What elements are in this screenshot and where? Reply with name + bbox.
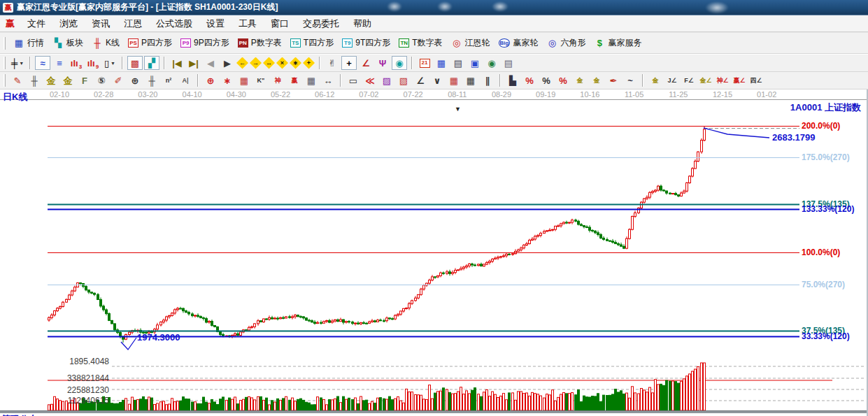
gold-circle-button[interactable]: 金 <box>572 73 588 87</box>
grid-123-button[interactable]: ▦ <box>304 73 319 87</box>
star-box-button[interactable]: ∗ <box>220 73 235 87</box>
si-angle-button[interactable]: 四∠ <box>748 73 764 87</box>
f-angle-button[interactable]: F∠ <box>681 73 697 87</box>
hexagon-button[interactable]: ◎六角形 <box>542 35 590 51</box>
percent-red-button[interactable]: % <box>555 73 571 87</box>
wave-line-button[interactable]: ~ <box>622 73 638 87</box>
grid-ticks-button[interactable]: ╫ <box>27 73 42 87</box>
menu-item-6[interactable]: 设置 <box>199 16 232 31</box>
gann-fork-button[interactable]: Ψ <box>375 56 390 70</box>
calendar-button[interactable]: 21 <box>417 56 432 70</box>
gold-angle-button[interactable]: 金∠ <box>698 73 713 87</box>
grid-red-button[interactable]: ▦ <box>446 73 462 87</box>
p-table-button[interactable]: PNP数字表 <box>234 35 286 51</box>
zoom-plus-button[interactable]: + <box>303 57 315 69</box>
pencil-grid-button[interactable]: ✐ <box>111 73 126 87</box>
kline-button[interactable]: ╫K线 <box>87 35 124 51</box>
volume-bar <box>592 396 594 410</box>
merge-9-button[interactable]: ılı9 <box>85 56 101 70</box>
f10-info-button[interactable]: ≡ <box>52 56 67 70</box>
quotes-button[interactable]: ▦行情 <box>9 35 48 51</box>
pattern-red-button[interactable]: ▩ <box>127 56 143 70</box>
winner-service-button[interactable]: $赢家服务 <box>590 35 646 51</box>
save-button[interactable]: ▣ <box>467 56 483 70</box>
menu-item-5[interactable]: 公式选股 <box>149 16 199 31</box>
shen-tool-button[interactable]: 神 <box>270 73 285 87</box>
winner-wheel-button[interactable]: Big赢家轮 <box>495 35 543 51</box>
calculator-button[interactable]: ▦ <box>434 56 449 70</box>
gold-grid-1-button[interactable]: 金 <box>43 73 59 87</box>
candle-body <box>618 244 620 245</box>
crosshair-tool-button[interactable]: + <box>341 56 357 70</box>
target-red-button[interactable]: ⊕ <box>203 73 218 87</box>
grid-axis-button[interactable]: ▦ <box>463 73 478 87</box>
wave-tool-button[interactable]: ◉ <box>392 56 407 70</box>
candle-style-button[interactable]: ▯▼ <box>102 56 118 70</box>
gold-grid-2-button[interactable]: 金 <box>60 73 76 87</box>
zoom-horizontal-button[interactable]: ↔ <box>263 57 275 69</box>
menu-item-10[interactable]: 帮助 <box>346 16 378 31</box>
chart-pattern-button[interactable]: ≈ <box>35 56 50 70</box>
gann-wheel-button[interactable]: ◎江恩轮 <box>447 35 495 51</box>
fan-box-purple-button[interactable]: ▨ <box>379 73 394 87</box>
hand-tool-button[interactable]: ✌ <box>325 56 340 70</box>
gold-lines-button[interactable]: 金 <box>589 73 604 87</box>
t-table-button[interactable]: TNT数字表 <box>394 35 446 51</box>
menu-item-9[interactable]: 交易委托 <box>296 16 346 31</box>
n-square-button[interactable]: n² <box>161 73 176 87</box>
go-last-button[interactable]: ▶| <box>186 56 201 70</box>
f-grid-button[interactable]: F <box>77 73 92 87</box>
go-first-button[interactable]: |◀ <box>169 56 185 70</box>
merge-3-button[interactable]: ılı3 <box>69 56 84 70</box>
fan-red-button[interactable]: ≪ <box>362 73 378 87</box>
parallel-lines-button[interactable]: ∥ <box>480 73 495 87</box>
9p-square-button[interactable]: P99P四方形 <box>176 35 234 51</box>
grid-target-button[interactable]: ▦ <box>236 73 252 87</box>
capture-button[interactable]: ▤ <box>501 56 516 70</box>
ying-tool-button[interactable]: 赢 <box>287 73 302 87</box>
time-circle-button[interactable]: ⊕ <box>127 73 143 87</box>
menu-item-2[interactable]: 浏览 <box>52 16 85 31</box>
j-angle-button[interactable]: J∠ <box>664 73 680 87</box>
percent-line-button[interactable]: % <box>522 73 537 87</box>
candle-body <box>652 192 654 193</box>
menu-item-7[interactable]: 工具 <box>232 16 264 31</box>
percent-button[interactable]: % <box>539 73 554 87</box>
9t-square-button[interactable]: T99T四方形 <box>338 35 394 51</box>
spiral-5-button[interactable]: ⑤ <box>94 73 109 87</box>
gold-angle-base-button[interactable]: 金 <box>648 73 663 87</box>
angle-measure-button[interactable]: ∠ <box>358 56 373 70</box>
mirror-a-button[interactable]: A| <box>178 73 193 87</box>
page-prev-button[interactable]: ◀ <box>203 56 218 70</box>
chart-canvas[interactable] <box>0 89 868 416</box>
tick-ruler-button[interactable]: ╫ <box>144 73 159 87</box>
sectors-button[interactable]: ▚板块 <box>48 35 87 51</box>
page-next-button[interactable]: ▶ <box>220 56 235 70</box>
ying-angle-button[interactable]: 赢∠ <box>732 73 747 87</box>
zoom-right-button[interactable]: → <box>250 57 262 69</box>
draw-pencil-button[interactable]: ✎ <box>10 73 25 87</box>
shen-angle-button[interactable]: 神∠ <box>715 73 730 87</box>
t-square-button[interactable]: TST四方形 <box>286 35 338 51</box>
angle-lines-button[interactable]: ∠ <box>413 73 428 87</box>
zoom-cross-button[interactable]: × <box>276 57 288 69</box>
pane-divider[interactable] <box>0 410 867 413</box>
net-save-button[interactable]: ◉ <box>484 56 499 70</box>
profile-bars-button[interactable]: ▙ <box>505 73 520 87</box>
zoom-left-button[interactable]: ← <box>236 57 248 69</box>
menu-item-8[interactable]: 窗口 <box>264 16 296 31</box>
notepad-button[interactable]: ▤ <box>450 56 466 70</box>
volume-profile-button[interactable]: ▞ <box>144 56 159 70</box>
fan-box-red-button[interactable]: ▧ <box>396 73 411 87</box>
p-square-button[interactable]: PSP四方形 <box>124 35 176 51</box>
period-selector-button[interactable]: ╪▼ <box>10 56 25 70</box>
zigzag-button[interactable]: ∨ <box>429 73 445 87</box>
k-mark-button[interactable]: K" <box>253 73 269 87</box>
menu-item-4[interactable]: 江恩 <box>117 16 149 31</box>
menu-item-3[interactable]: 资讯 <box>85 16 117 31</box>
zoom-star-button[interactable]: ∗ <box>290 57 301 69</box>
frame-tool-button[interactable]: ▭ <box>346 73 361 87</box>
span-arrow-button[interactable]: ↔ <box>320 73 336 87</box>
menu-item-1[interactable]: 文件 <box>20 16 52 31</box>
brush-red-button[interactable]: ✒ <box>606 73 621 87</box>
